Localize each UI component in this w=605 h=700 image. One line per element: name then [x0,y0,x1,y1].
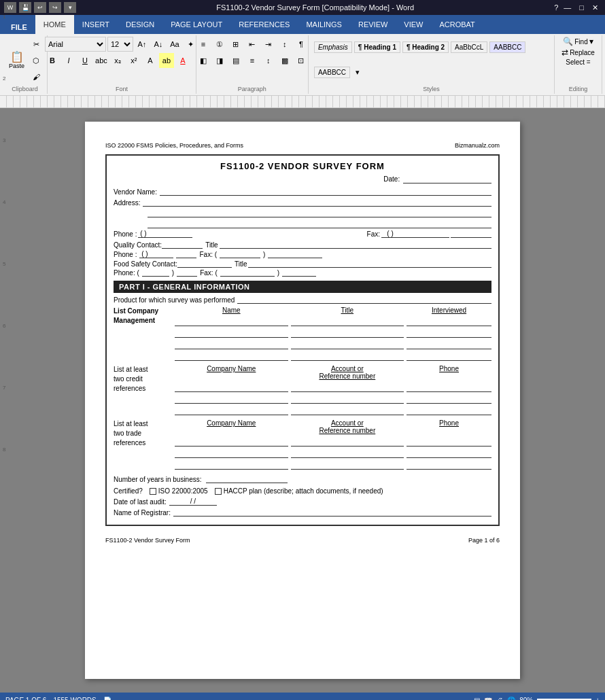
trade-phone-2[interactable] [407,449,491,458]
tab-design[interactable]: DESIGN [118,15,162,34]
mgmt-title-2[interactable] [291,328,404,338]
trade-account-3[interactable] [291,460,404,470]
line-spacing-button[interactable]: ↕ [261,53,276,68]
grow-font-button[interactable]: A↑ [135,37,150,52]
title-bar-left-icons[interactable]: W 💾 ↩ ↪ ▾ [4,2,76,13]
bullets-button[interactable]: ≡ [196,37,211,52]
shading-button[interactable]: ▩ [277,53,292,68]
view-print-icon[interactable]: 🖨 [496,697,503,701]
align-center-button[interactable]: ◨ [212,53,227,68]
help-icon[interactable]: ? [554,3,558,12]
tab-file[interactable]: FILE [3,20,35,34]
tab-insert[interactable]: INSERT [74,15,118,34]
trade-account-2[interactable] [291,449,404,458]
tab-mailings[interactable]: MAILINGS [298,15,350,34]
mgmt-name-1[interactable] [175,317,288,326]
credit-account-3[interactable] [291,406,404,415]
quick-access-undo[interactable]: ↩ [34,2,46,13]
view-normal-icon[interactable]: ▤ [474,697,480,701]
paste-button[interactable]: 📋 Paste [6,50,27,71]
quick-access-redo[interactable]: ↪ [49,2,61,13]
cut-button[interactable]: ✂ [29,37,44,52]
style-heading1[interactable]: ¶ Heading 1 [354,41,400,53]
align-left-button[interactable]: ◧ [196,53,211,68]
mgmt-name-3[interactable] [175,340,288,349]
superscript-button[interactable]: x² [126,53,141,68]
shrink-font-button[interactable]: A↓ [151,37,166,52]
format-painter-button[interactable]: 🖌 [29,69,44,84]
sort-button[interactable]: ↕ [277,37,292,52]
trade-company-3[interactable] [175,460,288,470]
italic-button[interactable]: I [61,53,76,68]
quick-access-save[interactable]: 💾 [19,2,31,13]
mgmt-interviewed-3[interactable] [407,340,491,349]
increase-indent-button[interactable]: ⇥ [261,37,276,52]
mgmt-name-2[interactable] [175,328,288,338]
styles-more-button[interactable]: ▾ [352,65,363,80]
mgmt-title-1[interactable] [291,317,404,326]
credit-phone-2[interactable] [407,394,491,404]
credit-company-1[interactable] [175,383,288,392]
vendor-name-line[interactable] [160,186,491,196]
decrease-indent-button[interactable]: ⇤ [245,37,260,52]
tab-acrobat[interactable]: ACROBAT [431,15,483,34]
trade-company-2[interactable] [175,449,288,458]
change-case-button[interactable]: Aa [167,37,182,52]
mgmt-interviewed-4[interactable] [407,351,491,361]
text-effects-button[interactable]: A [143,53,158,68]
style-emphasis[interactable]: Emphasis [314,41,352,53]
audit-date[interactable]: / / [169,497,217,506]
credit-account-1[interactable] [291,383,404,392]
mgmt-name-4[interactable] [175,351,288,361]
credit-phone-3[interactable] [407,406,491,415]
align-right-button[interactable]: ▤ [228,53,243,68]
trade-phone-1[interactable] [407,437,491,447]
font-select[interactable]: Arial [45,37,106,52]
tab-home[interactable]: HOME [35,15,74,34]
style-heading2[interactable]: ¶ Heading 2 [402,41,449,53]
mgmt-interviewed-2[interactable] [407,328,491,338]
mgmt-title-3[interactable] [291,340,404,349]
address-line-1[interactable] [143,197,491,207]
justify-button[interactable]: ≡ [245,53,260,68]
credit-company-3[interactable] [175,406,288,415]
multilevel-button[interactable]: ⊞ [228,37,243,52]
credit-company-2[interactable] [175,394,288,404]
tab-view[interactable]: VIEW [396,15,431,34]
zoom-in-icon[interactable]: + [595,697,600,701]
tab-references[interactable]: REFERENCES [230,15,298,34]
doc-icon[interactable]: 📄 [103,697,111,701]
show-hide-button[interactable]: ¶ [294,37,309,52]
iso-checkbox[interactable] [150,488,156,495]
close-btn[interactable]: ✕ [589,3,601,12]
bold-button[interactable]: B [45,53,60,68]
trade-company-1[interactable] [175,437,288,447]
credit-phone-1[interactable] [407,383,491,392]
select-button[interactable]: Select = [566,58,590,66]
style-aabbcc2[interactable]: AABBCC [314,67,350,78]
replace-button[interactable]: ⇄ Replace [561,48,595,57]
view-web-icon[interactable]: 🌐 [507,697,515,701]
style-aabbcc1[interactable]: AABBCC [489,41,525,53]
quick-access-more[interactable]: ▾ [64,2,76,13]
haccp-checkbox[interactable] [215,488,222,495]
mgmt-interviewed-1[interactable] [407,317,491,326]
view-reading-icon[interactable]: 📖 [484,697,492,701]
borders-button[interactable]: ⊡ [294,53,309,68]
underline-button[interactable]: U [77,53,92,68]
address-line-3[interactable] [148,219,491,228]
tab-review[interactable]: REVIEW [350,15,396,34]
highlight-button[interactable]: ab [159,53,174,68]
style-normal[interactable]: AaBbCcL [451,41,487,53]
credit-account-2[interactable] [291,394,404,404]
find-button[interactable]: 🔍 Find ▾ [563,37,593,46]
strikethrough-button[interactable]: abc [94,53,109,68]
subscript-button[interactable]: x₂ [110,53,125,68]
word-icon[interactable]: W [4,2,16,13]
numbering-button[interactable]: ① [212,37,227,52]
copy-button[interactable]: ⬡ [29,53,44,68]
trade-phone-3[interactable] [407,460,491,470]
trade-account-1[interactable] [291,437,404,447]
font-color-button[interactable]: A [175,53,190,68]
maximize-btn[interactable]: □ [576,3,587,12]
